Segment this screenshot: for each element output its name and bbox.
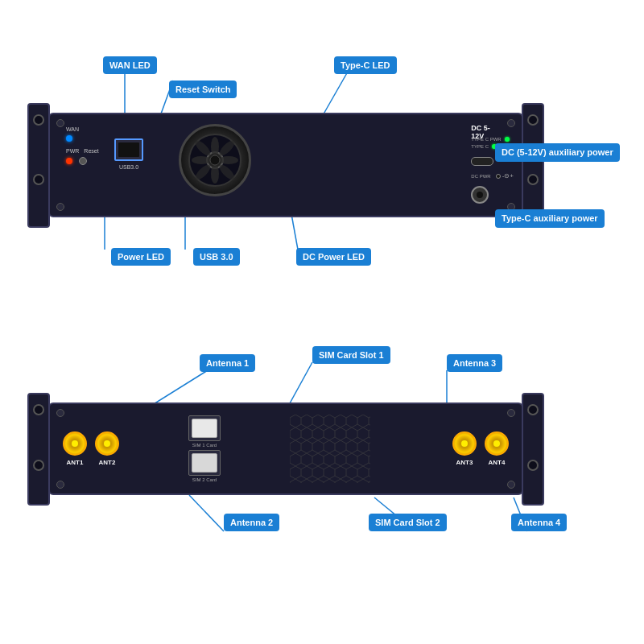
top-diagram: WAN LED Type-C LED Reset Switch <box>48 24 596 274</box>
power-led-indicator <box>66 158 72 164</box>
ant2-port: ANT2 <box>95 431 119 466</box>
svg-point-17 <box>211 164 219 184</box>
type-c-port[interactable] <box>471 157 493 166</box>
wan-led-label: WAN LED <box>103 56 157 74</box>
ant3-label: ANT3 <box>456 459 473 466</box>
svg-point-16 <box>211 137 219 156</box>
usb-port-label: USB3.0 <box>119 164 138 170</box>
sim2-slot[interactable] <box>188 450 221 476</box>
ant4-label: ANT4 <box>489 459 506 466</box>
bottom-diagram: Antenna 1 SIM Card Slot 1 Antenna 3 <box>48 338 596 612</box>
wan-port-label: WAN <box>66 126 79 132</box>
ant3-port: ANT3 <box>452 431 477 466</box>
type-c-pwr-led <box>505 137 510 142</box>
ant1-label: ANT1 <box>67 459 84 466</box>
sim2-slot-label: SIM 2 Card <box>192 477 217 482</box>
wan-led-indicator <box>66 135 72 142</box>
svg-rect-26 <box>290 415 370 483</box>
antenna1-label: Antenna 1 <box>200 354 255 372</box>
type-c-aux-label: Type-C auxiliary power <box>495 209 605 228</box>
reset-port-label: Reset <box>84 148 98 154</box>
dc-pwr-label: DC PWR <box>471 174 490 179</box>
reset-switch-label: Reset Switch <box>169 80 237 98</box>
dc-voltage-label: DC 5-12V <box>471 124 497 140</box>
dc-power-led-label: DC Power LED <box>296 248 371 266</box>
usb-30-label: USB 3.0 <box>193 248 240 266</box>
svg-point-18 <box>192 156 211 164</box>
antenna2-label: Antenna 2 <box>224 514 279 531</box>
ant4-port: ANT4 <box>485 431 509 466</box>
sim1-slot[interactable] <box>188 415 221 441</box>
ant2-label: ANT2 <box>99 459 116 466</box>
type-c-label: TYPE C <box>471 144 489 149</box>
antenna3-label: Antenna 3 <box>447 354 502 372</box>
type-c-led-label: Type-C LED <box>334 56 397 74</box>
dc-barrel-jack[interactable] <box>471 186 489 204</box>
svg-point-24 <box>210 155 220 165</box>
diagram-container: WAN LED Type-C LED Reset Switch <box>0 0 644 644</box>
cooling-fan <box>179 124 251 196</box>
svg-point-19 <box>219 156 238 164</box>
sim-slot1-label: SIM Card Slot 1 <box>312 346 390 364</box>
power-led-label: Power LED <box>111 248 171 266</box>
dc-aux-label: DC (5-12V) auxiliary power <box>495 143 620 162</box>
usb-port[interactable] <box>114 138 143 161</box>
sim1-slot-label: SIM 1 Card <box>192 443 217 448</box>
antenna4-label: Antenna 4 <box>511 514 567 531</box>
ant1-port: ANT1 <box>63 431 87 466</box>
sim-slot2-label: SIM Card Slot 2 <box>369 514 447 531</box>
pwr-port-label: PWR <box>66 148 79 154</box>
reset-button[interactable] <box>79 157 87 165</box>
